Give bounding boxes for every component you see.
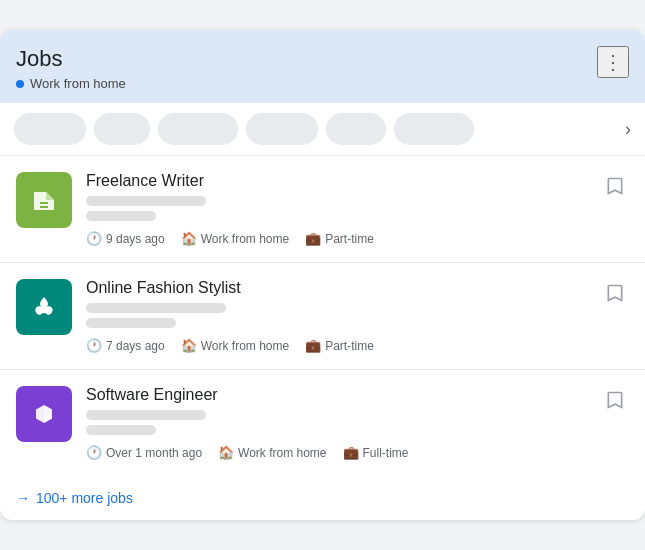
clock-icon: 🕐 — [86, 231, 102, 246]
bag-icon: 💼 — [305, 231, 321, 246]
freelance-writer-time-text: 9 days ago — [106, 232, 165, 246]
online-fashion-stylist-location: 🏠 Work from home — [181, 338, 289, 353]
freelance-writer-detail-placeholder — [86, 211, 156, 221]
software-engineer-company-placeholder — [86, 410, 206, 420]
more-jobs-link[interactable]: → 100+ more jobs — [16, 490, 133, 506]
header-left: Jobs Work from home — [16, 46, 126, 91]
bag-icon: 💼 — [343, 445, 359, 460]
work-from-home-dot — [16, 80, 24, 88]
svg-marker-1 — [40, 202, 48, 204]
home-icon: 🏠 — [181, 231, 197, 246]
software-engineer-location: 🏠 Work from home — [218, 445, 326, 460]
bookmark-icon — [605, 176, 625, 196]
filter-chevron-right-icon[interactable]: › — [625, 119, 631, 140]
online-fashion-stylist-type: 💼 Part-time — [305, 338, 374, 353]
software-engineer-meta: 🕐 Over 1 month ago 🏠 Work from home 💼 Fu… — [86, 445, 593, 460]
job-item-online-fashion-stylist[interactable]: Online Fashion Stylist 🕐 7 days ago 🏠 Wo… — [0, 263, 645, 370]
jobs-card: Jobs Work from home ⋮ › — [0, 30, 645, 520]
svg-marker-2 — [40, 206, 48, 208]
bookmark-icon — [605, 283, 625, 303]
online-fashion-stylist-meta: 🕐 7 days ago 🏠 Work from home 💼 Part-tim… — [86, 338, 593, 353]
bag-icon: 💼 — [305, 338, 321, 353]
online-fashion-stylist-detail-placeholder — [86, 318, 176, 328]
page-title: Jobs — [16, 46, 126, 72]
job-item-freelance-writer[interactable]: Freelance Writer 🕐 9 days ago 🏠 Work fro… — [0, 156, 645, 263]
clock-icon: 🕐 — [86, 338, 102, 353]
online-fashion-stylist-logo — [16, 279, 72, 335]
freelance-writer-content: Freelance Writer 🕐 9 days ago 🏠 Work fro… — [86, 172, 593, 246]
filter-pill-4[interactable] — [246, 113, 318, 145]
online-fashion-stylist-time-text: 7 days ago — [106, 339, 165, 353]
software-engineer-title: Software Engineer — [86, 386, 593, 404]
online-fashion-stylist-location-text: Work from home — [201, 339, 289, 353]
freelance-writer-location: 🏠 Work from home — [181, 231, 289, 246]
software-engineer-bookmark-button[interactable] — [601, 386, 629, 419]
software-engineer-time: 🕐 Over 1 month ago — [86, 445, 202, 460]
software-engineer-location-text: Work from home — [238, 446, 326, 460]
filter-pill-1[interactable] — [14, 113, 86, 145]
filter-pill-2[interactable] — [94, 113, 150, 145]
jobs-header: Jobs Work from home ⋮ — [0, 30, 645, 103]
kebab-menu-button[interactable]: ⋮ — [597, 46, 629, 78]
bookmark-icon — [605, 390, 625, 410]
freelance-writer-logo-svg — [26, 182, 62, 218]
home-icon: 🏠 — [181, 338, 197, 353]
software-engineer-detail-placeholder — [86, 425, 156, 435]
software-engineer-logo — [16, 386, 72, 442]
subtitle-text: Work from home — [30, 76, 126, 91]
freelance-writer-type-text: Part-time — [325, 232, 374, 246]
software-engineer-type-text: Full-time — [363, 446, 409, 460]
freelance-writer-bookmark-button[interactable] — [601, 172, 629, 205]
job-item-software-engineer[interactable]: Software Engineer 🕐 Over 1 month ago 🏠 W… — [0, 370, 645, 476]
freelance-writer-logo — [16, 172, 72, 228]
freelance-writer-meta: 🕐 9 days ago 🏠 Work from home 💼 Part-tim… — [86, 231, 593, 246]
software-engineer-type: 💼 Full-time — [343, 445, 409, 460]
freelance-writer-title: Freelance Writer — [86, 172, 593, 190]
header-subtitle: Work from home — [16, 76, 126, 91]
more-jobs-section: → 100+ more jobs — [0, 476, 645, 520]
freelance-writer-type: 💼 Part-time — [305, 231, 374, 246]
software-engineer-time-text: Over 1 month ago — [106, 446, 202, 460]
freelance-writer-location-text: Work from home — [201, 232, 289, 246]
online-fashion-stylist-type-text: Part-time — [325, 339, 374, 353]
home-icon: 🏠 — [218, 445, 234, 460]
software-engineer-logo-svg — [26, 396, 62, 432]
freelance-writer-company-placeholder — [86, 196, 206, 206]
online-fashion-stylist-title: Online Fashion Stylist — [86, 279, 593, 297]
clock-icon: 🕐 — [86, 445, 102, 460]
freelance-writer-time: 🕐 9 days ago — [86, 231, 165, 246]
software-engineer-content: Software Engineer 🕐 Over 1 month ago 🏠 W… — [86, 386, 593, 460]
filter-pill-3[interactable] — [158, 113, 238, 145]
online-fashion-stylist-content: Online Fashion Stylist 🕐 7 days ago 🏠 Wo… — [86, 279, 593, 353]
online-fashion-stylist-company-placeholder — [86, 303, 226, 313]
filter-pill-5[interactable] — [326, 113, 386, 145]
online-fashion-stylist-logo-svg — [26, 289, 62, 325]
filter-pill-6[interactable] — [394, 113, 474, 145]
online-fashion-stylist-bookmark-button[interactable] — [601, 279, 629, 312]
more-jobs-label: 100+ more jobs — [36, 490, 133, 506]
online-fashion-stylist-time: 🕐 7 days ago — [86, 338, 165, 353]
job-list: Freelance Writer 🕐 9 days ago 🏠 Work fro… — [0, 156, 645, 476]
more-jobs-arrow: → — [16, 490, 30, 506]
filter-bar: › — [0, 103, 645, 156]
